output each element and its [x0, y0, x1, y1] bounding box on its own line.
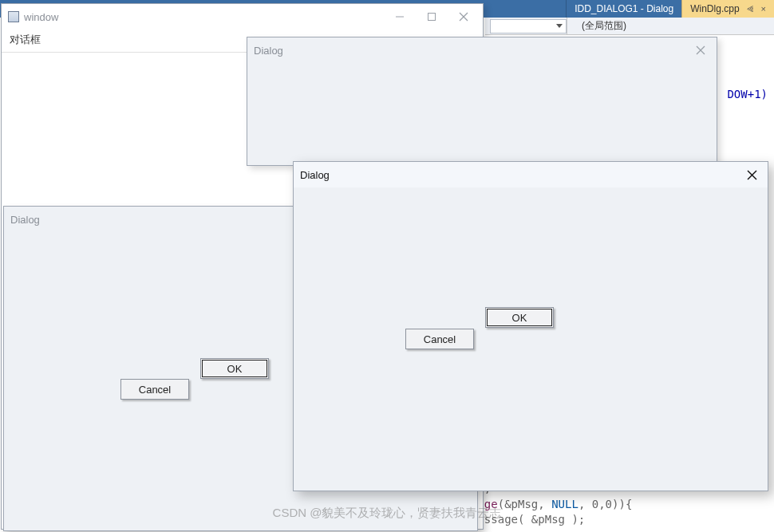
ide-scope-dropdown-right[interactable]: (全局范围) — [567, 18, 774, 34]
ok-button[interactable]: OK — [200, 358, 269, 379]
ide-tab-source-file[interactable]: WinDlg.cpp ⫷ × — [681, 0, 774, 18]
window-controls — [384, 6, 480, 28]
ide-scope-label: (全局范围) — [582, 19, 626, 33]
ok-button-label: OK — [512, 312, 527, 324]
cancel-button-label: Cancel — [424, 333, 456, 345]
close-button[interactable] — [448, 6, 480, 28]
ide-tab-label: WinDlg.cpp — [690, 3, 739, 14]
ok-button[interactable]: OK — [485, 307, 554, 328]
ide-scope-dropdown-left[interactable] — [490, 19, 567, 33]
ide-tab-label: IDD_DIALOG1 - Dialog — [575, 3, 673, 14]
code-fragment: DOW+1) — [727, 88, 768, 100]
maximize-button[interactable] — [416, 6, 448, 28]
ide-scope-bar: (全局范围) — [485, 18, 774, 35]
dialog-title: Dialog — [10, 214, 40, 226]
minimize-button[interactable] — [384, 6, 416, 28]
pin-icon[interactable]: ⫷ — [746, 4, 755, 14]
app-icon — [8, 11, 19, 22]
titlebar[interactable]: Dialog — [294, 162, 768, 187]
cancel-button[interactable]: Cancel — [405, 329, 474, 349]
ok-button-label: OK — [227, 363, 243, 375]
dialog-client-area — [247, 63, 717, 165]
close-button[interactable] — [739, 164, 764, 186]
dialog-title: Dialog — [300, 169, 330, 181]
cancel-button[interactable]: Cancel — [120, 379, 189, 400]
dialog-window-1: Dialog — [247, 37, 717, 166]
chevron-down-icon — [556, 24, 563, 28]
ide-tab-dialog-resource[interactable]: IDD_DIALOG1 - Dialog — [566, 0, 681, 18]
svg-rect-1 — [428, 14, 436, 21]
titlebar[interactable]: Dialog — [247, 37, 717, 63]
close-icon[interactable]: × — [761, 4, 766, 14]
dialog-window-3-active: Dialog OK Cancel — [293, 161, 768, 491]
dialog-title: Dialog — [254, 45, 283, 57]
dialog-client-area: OK Cancel — [294, 187, 768, 491]
cancel-button-label: Cancel — [139, 384, 171, 396]
titlebar[interactable]: window — [2, 4, 483, 30]
close-button[interactable] — [688, 39, 713, 61]
window-title: window — [24, 11, 58, 23]
screenshot-stage: IDD_DIALOG1 - Dialog WinDlg.cpp ⫷ × (全局范… — [0, 0, 774, 532]
